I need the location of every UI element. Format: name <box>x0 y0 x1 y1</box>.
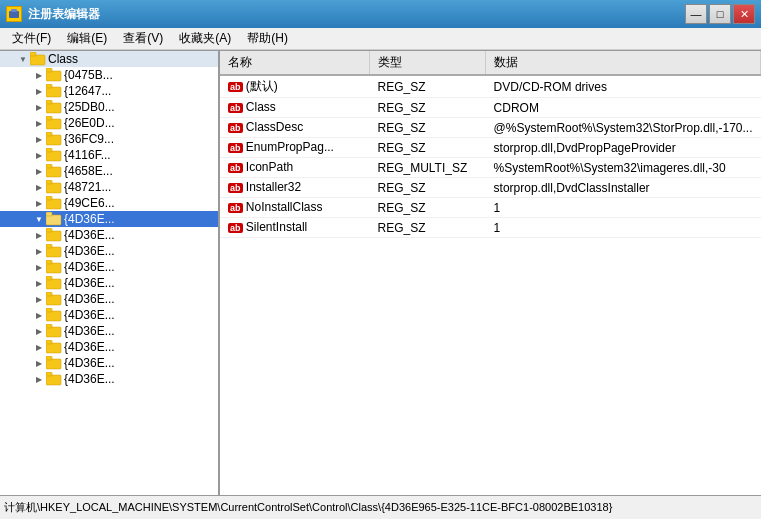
tree-item-4d36e-2[interactable]: ▶ {4D36E... <box>0 227 218 243</box>
menu-favorites[interactable]: 收藏夹(A) <box>171 28 239 49</box>
tree-item-36fc[interactable]: ▶ {36FC9... <box>0 131 218 147</box>
tree-label: {4D36E... <box>64 324 115 338</box>
svg-rect-26 <box>46 247 61 257</box>
tree-expand-arrow[interactable]: ▶ <box>32 276 46 290</box>
svg-rect-25 <box>46 228 52 232</box>
tree-expand-arrow[interactable]: ▶ <box>32 68 46 82</box>
table-row[interactable]: ab NoInstallClassREG_SZ1 <box>220 198 761 218</box>
svg-rect-21 <box>46 196 52 200</box>
cell-name: ab IconPath <box>220 158 369 178</box>
svg-rect-41 <box>46 356 52 360</box>
cell-name: ab ClassDesc <box>220 118 369 138</box>
menu-help[interactable]: 帮助(H) <box>239 28 296 49</box>
tree-item-4d36e-7[interactable]: ▶ {4D36E... <box>0 307 218 323</box>
registry-value-icon: ab <box>228 123 243 133</box>
tree-label: {48721... <box>64 180 111 194</box>
maximize-button[interactable]: □ <box>709 4 731 24</box>
svg-rect-13 <box>46 132 52 136</box>
col-type[interactable]: 类型 <box>369 51 485 75</box>
folder-icon <box>46 180 62 194</box>
tree-expand-arrow[interactable]: ▼ <box>32 212 46 226</box>
folder-icon <box>46 132 62 146</box>
tree-expand-arrow[interactable]: ▶ <box>32 308 46 322</box>
tree-item-4d36e-10[interactable]: ▶ {4D36E... <box>0 355 218 371</box>
tree-item-4658[interactable]: ▶ {4658E... <box>0 163 218 179</box>
folder-icon <box>46 356 62 370</box>
tree-item-4d36e-8[interactable]: ▶ {4D36E... <box>0 323 218 339</box>
registry-value-icon: ab <box>228 82 243 92</box>
tree-label: {36FC9... <box>64 132 114 146</box>
folder-icon <box>46 116 62 130</box>
cell-name: ab NoInstallClass <box>220 198 369 218</box>
tree-expand-arrow[interactable]: ▶ <box>32 100 46 114</box>
cell-type: REG_MULTI_SZ <box>369 158 485 178</box>
menu-edit[interactable]: 编辑(E) <box>59 28 115 49</box>
tree-label: {4D36E... <box>64 260 115 274</box>
folder-icon <box>46 292 62 306</box>
folder-icon <box>46 276 62 290</box>
tree-expand-arrow[interactable]: ▶ <box>32 228 46 242</box>
tree-expand-arrow[interactable]: ▶ <box>32 84 46 98</box>
table-row[interactable]: ab IconPathREG_MULTI_SZ%SystemRoot%\Syst… <box>220 158 761 178</box>
tree-item-4d36e-9[interactable]: ▶ {4D36E... <box>0 339 218 355</box>
tree-expand-arrow[interactable]: ▶ <box>32 132 46 146</box>
col-data[interactable]: 数据 <box>486 51 761 75</box>
tree-expand-arrow[interactable]: ▶ <box>32 372 46 386</box>
registry-value-icon: ab <box>228 143 243 153</box>
table-row[interactable]: ab Installer32REG_SZstorprop.dll,DvdClas… <box>220 178 761 198</box>
tree-expand-arrow[interactable]: ▶ <box>32 244 46 258</box>
tree-item-4116[interactable]: ▶ {4116F... <box>0 147 218 163</box>
tree-label: {4116F... <box>64 148 111 162</box>
registry-table: 名称 类型 数据 ab (默认)REG_SZDVD/CD-ROM drivesa… <box>220 51 761 238</box>
tree-item-4d36e-3[interactable]: ▶ {4D36E... <box>0 243 218 259</box>
tree-item-4d36e-5[interactable]: ▶ {4D36E... <box>0 275 218 291</box>
table-row[interactable]: ab ClassREG_SZCDROM <box>220 98 761 118</box>
tree-item-4d36e-6[interactable]: ▶ {4D36E... <box>0 291 218 307</box>
tree-item-class[interactable]: ▼ Class <box>0 51 218 67</box>
tree-item-0475[interactable]: ▶ {0475B... <box>0 67 218 83</box>
tree-item-48721[interactable]: ▶ {48721... <box>0 179 218 195</box>
tree-expand-arrow[interactable]: ▶ <box>32 324 46 338</box>
registry-panel: 名称 类型 数据 ab (默认)REG_SZDVD/CD-ROM drivesa… <box>220 51 761 495</box>
tree-expand-arrow[interactable]: ▶ <box>32 164 46 178</box>
tree-label-class: Class <box>48 52 78 66</box>
tree-item-25db[interactable]: ▶ {25DB0... <box>0 99 218 115</box>
registry-scroll[interactable]: 名称 类型 数据 ab (默认)REG_SZDVD/CD-ROM drivesa… <box>220 51 761 495</box>
tree-item-12647[interactable]: ▶ {12647... <box>0 83 218 99</box>
svg-rect-36 <box>46 327 61 337</box>
cell-data: 1 <box>486 218 761 238</box>
window-controls: — □ ✕ <box>685 4 755 24</box>
menu-file[interactable]: 文件(F) <box>4 28 59 49</box>
registry-value-icon: ab <box>228 103 243 113</box>
table-row[interactable]: ab EnumPropPag...REG_SZstorprop.dll,DvdP… <box>220 138 761 158</box>
col-name[interactable]: 名称 <box>220 51 369 75</box>
tree-expand-arrow[interactable]: ▼ <box>16 52 30 66</box>
folder-icon <box>46 260 62 274</box>
tree-item-4d36e-selected[interactable]: ▼ {4D36E... <box>0 211 218 227</box>
cell-data: %SystemRoot%\System32\imageres.dll,-30 <box>486 158 761 178</box>
menu-view[interactable]: 查看(V) <box>115 28 171 49</box>
tree-item-4d36e-4[interactable]: ▶ {4D36E... <box>0 259 218 275</box>
minimize-button[interactable]: — <box>685 4 707 24</box>
table-row[interactable]: ab SilentInstallREG_SZ1 <box>220 218 761 238</box>
tree-item-49ce[interactable]: ▶ {49CE6... <box>0 195 218 211</box>
tree-expand-arrow[interactable]: ▶ <box>32 356 46 370</box>
tree-content[interactable]: ▼ Class ▶ {0475B... ▶ <box>0 51 218 495</box>
folder-icon <box>46 100 62 114</box>
tree-expand-arrow[interactable]: ▶ <box>32 196 46 210</box>
tree-expand-arrow[interactable]: ▶ <box>32 340 46 354</box>
folder-icon <box>46 164 62 178</box>
tree-expand-arrow[interactable]: ▶ <box>32 292 46 306</box>
svg-rect-2 <box>30 55 45 65</box>
table-row[interactable]: ab ClassDescREG_SZ@%SystemRoot%\System32… <box>220 118 761 138</box>
tree-expand-arrow[interactable]: ▶ <box>32 148 46 162</box>
tree-expand-arrow[interactable]: ▶ <box>32 260 46 274</box>
tree-expand-arrow[interactable]: ▶ <box>32 180 46 194</box>
close-button[interactable]: ✕ <box>733 4 755 24</box>
tree-item-26e0[interactable]: ▶ {26E0D... <box>0 115 218 131</box>
table-row[interactable]: ab (默认)REG_SZDVD/CD-ROM drives <box>220 75 761 98</box>
tree-item-4d36e-11[interactable]: ▶ {4D36E... <box>0 371 218 387</box>
tree-expand-arrow[interactable]: ▶ <box>32 116 46 130</box>
cell-name: ab SilentInstall <box>220 218 369 238</box>
tree-label: {12647... <box>64 84 111 98</box>
